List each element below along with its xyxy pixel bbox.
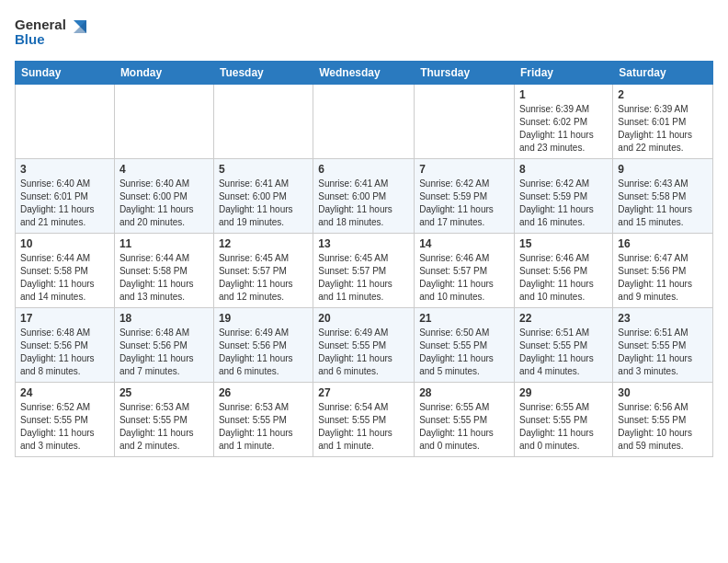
day-number: 24 bbox=[20, 386, 109, 399]
day-cell-27: 27Sunrise: 6:54 AMSunset: 5:55 PMDayligh… bbox=[313, 383, 415, 457]
day-number: 12 bbox=[219, 237, 308, 250]
weekday-header-tuesday: Tuesday bbox=[213, 62, 313, 85]
day-cell-7: 7Sunrise: 6:42 AMSunset: 5:59 PMDaylight… bbox=[415, 159, 515, 234]
day-cell-17: 17Sunrise: 6:48 AMSunset: 5:56 PMDayligh… bbox=[16, 308, 115, 383]
calendar-table: SundayMondayTuesdayWednesdayThursdayFrid… bbox=[15, 61, 713, 457]
day-cell-5: 5Sunrise: 6:41 AMSunset: 6:00 PMDaylight… bbox=[213, 159, 313, 234]
day-info: Sunrise: 6:51 AMSunset: 5:55 PMDaylight:… bbox=[618, 327, 708, 378]
empty-cell bbox=[415, 85, 515, 159]
logo-text: General Blue bbox=[15, 13, 88, 53]
weekday-header-row: SundayMondayTuesdayWednesdayThursdayFrid… bbox=[16, 62, 713, 85]
day-number: 19 bbox=[219, 312, 308, 325]
day-number: 5 bbox=[219, 163, 308, 176]
day-info: Sunrise: 6:44 AMSunset: 5:58 PMDaylight:… bbox=[20, 252, 109, 304]
empty-cell bbox=[114, 85, 213, 159]
day-info: Sunrise: 6:45 AMSunset: 5:57 PMDaylight:… bbox=[219, 252, 308, 304]
day-number: 26 bbox=[219, 386, 308, 399]
svg-text:Blue: Blue bbox=[15, 31, 45, 47]
day-info: Sunrise: 6:55 AMSunset: 5:55 PMDaylight:… bbox=[419, 401, 509, 453]
day-cell-13: 13Sunrise: 6:45 AMSunset: 5:57 PMDayligh… bbox=[313, 234, 415, 308]
day-cell-9: 9Sunrise: 6:43 AMSunset: 5:58 PMDaylight… bbox=[613, 159, 713, 234]
day-cell-12: 12Sunrise: 6:45 AMSunset: 5:57 PMDayligh… bbox=[213, 234, 313, 308]
day-cell-2: 2Sunrise: 6:39 AMSunset: 6:01 PMDaylight… bbox=[613, 85, 713, 159]
day-number: 13 bbox=[318, 237, 409, 250]
empty-cell bbox=[213, 85, 313, 159]
day-number: 20 bbox=[318, 312, 409, 325]
day-cell-28: 28Sunrise: 6:55 AMSunset: 5:55 PMDayligh… bbox=[415, 383, 515, 457]
day-number: 14 bbox=[419, 237, 509, 250]
weekday-header-sunday: Sunday bbox=[16, 62, 115, 85]
day-cell-25: 25Sunrise: 6:53 AMSunset: 5:55 PMDayligh… bbox=[114, 383, 213, 457]
day-cell-15: 15Sunrise: 6:46 AMSunset: 5:56 PMDayligh… bbox=[515, 234, 613, 308]
day-number: 17 bbox=[20, 312, 109, 325]
day-cell-19: 19Sunrise: 6:49 AMSunset: 5:56 PMDayligh… bbox=[213, 308, 313, 383]
day-number: 27 bbox=[318, 386, 409, 399]
day-number: 23 bbox=[618, 312, 708, 325]
day-number: 15 bbox=[519, 237, 608, 250]
week-row-1: 1Sunrise: 6:39 AMSunset: 6:02 PMDaylight… bbox=[16, 85, 713, 159]
day-number: 4 bbox=[119, 163, 209, 176]
weekday-header-wednesday: Wednesday bbox=[313, 62, 415, 85]
day-number: 10 bbox=[20, 237, 109, 250]
day-info: Sunrise: 6:51 AMSunset: 5:55 PMDaylight:… bbox=[519, 327, 608, 378]
day-info: Sunrise: 6:43 AMSunset: 5:58 PMDaylight:… bbox=[618, 178, 708, 229]
day-number: 9 bbox=[618, 163, 708, 176]
day-info: Sunrise: 6:53 AMSunset: 5:55 PMDaylight:… bbox=[119, 401, 209, 453]
day-cell-21: 21Sunrise: 6:50 AMSunset: 5:55 PMDayligh… bbox=[415, 308, 515, 383]
day-info: Sunrise: 6:40 AMSunset: 6:01 PMDaylight:… bbox=[20, 178, 109, 229]
day-cell-22: 22Sunrise: 6:51 AMSunset: 5:55 PMDayligh… bbox=[515, 308, 613, 383]
day-info: Sunrise: 6:40 AMSunset: 6:00 PMDaylight:… bbox=[119, 178, 209, 229]
day-info: Sunrise: 6:46 AMSunset: 5:57 PMDaylight:… bbox=[419, 252, 509, 304]
day-info: Sunrise: 6:45 AMSunset: 5:57 PMDaylight:… bbox=[318, 252, 409, 304]
day-number: 7 bbox=[419, 163, 509, 176]
empty-cell bbox=[313, 85, 415, 159]
week-row-4: 17Sunrise: 6:48 AMSunset: 5:56 PMDayligh… bbox=[16, 308, 713, 383]
day-number: 28 bbox=[419, 386, 509, 399]
weekday-header-friday: Friday bbox=[515, 62, 613, 85]
day-cell-8: 8Sunrise: 6:42 AMSunset: 5:59 PMDaylight… bbox=[515, 159, 613, 234]
day-cell-4: 4Sunrise: 6:40 AMSunset: 6:00 PMDaylight… bbox=[114, 159, 213, 234]
weekday-header-saturday: Saturday bbox=[613, 62, 713, 85]
logo: General Blue bbox=[15, 13, 88, 53]
day-info: Sunrise: 6:52 AMSunset: 5:55 PMDaylight:… bbox=[20, 401, 109, 453]
day-cell-1: 1Sunrise: 6:39 AMSunset: 6:02 PMDaylight… bbox=[515, 85, 613, 159]
day-number: 3 bbox=[20, 163, 109, 176]
day-info: Sunrise: 6:50 AMSunset: 5:55 PMDaylight:… bbox=[419, 327, 509, 378]
day-number: 1 bbox=[519, 88, 608, 101]
day-cell-29: 29Sunrise: 6:55 AMSunset: 5:55 PMDayligh… bbox=[515, 383, 613, 457]
day-number: 8 bbox=[519, 163, 608, 176]
logo-icon: General Blue bbox=[15, 13, 88, 50]
header: General Blue bbox=[15, 9, 713, 53]
svg-text:General: General bbox=[15, 17, 66, 32]
day-cell-23: 23Sunrise: 6:51 AMSunset: 5:55 PMDayligh… bbox=[613, 308, 713, 383]
day-cell-10: 10Sunrise: 6:44 AMSunset: 5:58 PMDayligh… bbox=[16, 234, 115, 308]
day-info: Sunrise: 6:39 AMSunset: 6:02 PMDaylight:… bbox=[519, 103, 608, 155]
day-info: Sunrise: 6:47 AMSunset: 5:56 PMDaylight:… bbox=[618, 252, 708, 304]
page: General Blue SundayMondayTuesdayWednesda… bbox=[0, 0, 728, 563]
day-cell-18: 18Sunrise: 6:48 AMSunset: 5:56 PMDayligh… bbox=[114, 308, 213, 383]
day-cell-24: 24Sunrise: 6:52 AMSunset: 5:55 PMDayligh… bbox=[16, 383, 115, 457]
day-cell-20: 20Sunrise: 6:49 AMSunset: 5:55 PMDayligh… bbox=[313, 308, 415, 383]
day-info: Sunrise: 6:44 AMSunset: 5:58 PMDaylight:… bbox=[119, 252, 209, 304]
day-info: Sunrise: 6:42 AMSunset: 5:59 PMDaylight:… bbox=[519, 178, 608, 229]
week-row-3: 10Sunrise: 6:44 AMSunset: 5:58 PMDayligh… bbox=[16, 234, 713, 308]
day-cell-6: 6Sunrise: 6:41 AMSunset: 6:00 PMDaylight… bbox=[313, 159, 415, 234]
day-cell-14: 14Sunrise: 6:46 AMSunset: 5:57 PMDayligh… bbox=[415, 234, 515, 308]
day-info: Sunrise: 6:41 AMSunset: 6:00 PMDaylight:… bbox=[318, 178, 409, 229]
day-number: 2 bbox=[618, 88, 708, 101]
day-info: Sunrise: 6:56 AMSunset: 5:55 PMDaylight:… bbox=[618, 401, 708, 453]
day-info: Sunrise: 6:55 AMSunset: 5:55 PMDaylight:… bbox=[519, 401, 608, 453]
day-cell-30: 30Sunrise: 6:56 AMSunset: 5:55 PMDayligh… bbox=[613, 383, 713, 457]
day-number: 21 bbox=[419, 312, 509, 325]
week-row-5: 24Sunrise: 6:52 AMSunset: 5:55 PMDayligh… bbox=[16, 383, 713, 457]
day-info: Sunrise: 6:46 AMSunset: 5:56 PMDaylight:… bbox=[519, 252, 608, 304]
day-number: 25 bbox=[119, 386, 209, 399]
day-number: 22 bbox=[519, 312, 608, 325]
day-number: 11 bbox=[119, 237, 209, 250]
day-number: 6 bbox=[318, 163, 409, 176]
weekday-header-monday: Monday bbox=[114, 62, 213, 85]
week-row-2: 3Sunrise: 6:40 AMSunset: 6:01 PMDaylight… bbox=[16, 159, 713, 234]
day-info: Sunrise: 6:53 AMSunset: 5:55 PMDaylight:… bbox=[219, 401, 308, 453]
day-number: 16 bbox=[618, 237, 708, 250]
empty-cell bbox=[16, 85, 115, 159]
